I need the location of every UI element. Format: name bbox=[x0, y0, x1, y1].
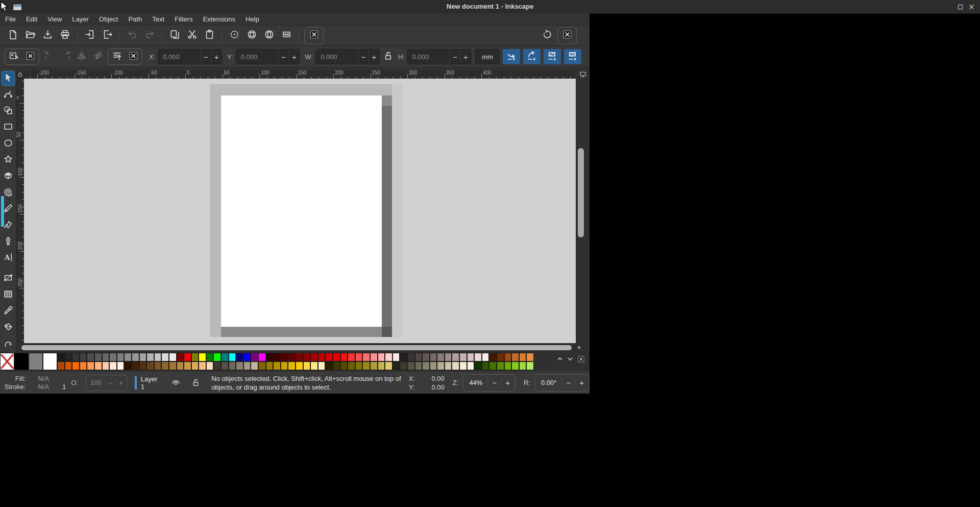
y-increment-button[interactable]: + bbox=[289, 50, 300, 64]
palette-swatch[interactable] bbox=[355, 361, 363, 370]
palette-swatch[interactable] bbox=[415, 361, 423, 370]
horizontal-scrollbar[interactable] bbox=[16, 343, 576, 352]
palette-swatch[interactable] bbox=[236, 353, 243, 361]
palette-swatch[interactable] bbox=[310, 361, 318, 370]
rotate-ccw-button[interactable] bbox=[42, 50, 56, 64]
menu-help[interactable]: Help bbox=[244, 14, 265, 25]
menu-path[interactable]: Path bbox=[127, 14, 148, 25]
raise-button[interactable] bbox=[126, 50, 140, 64]
palette-swatch[interactable] bbox=[310, 353, 318, 361]
maximize-button[interactable] bbox=[955, 2, 965, 11]
palette-swatch[interactable] bbox=[177, 361, 184, 370]
palette-swatch[interactable] bbox=[281, 353, 288, 361]
palette-swatch[interactable] bbox=[184, 361, 191, 370]
palette-swatch[interactable] bbox=[489, 361, 497, 370]
palette-swatch[interactable] bbox=[445, 361, 452, 370]
palette-swatch[interactable] bbox=[273, 353, 281, 361]
palette-swatch[interactable] bbox=[325, 353, 333, 361]
palette-swatch[interactable] bbox=[504, 361, 512, 370]
palette-swatch[interactable] bbox=[422, 353, 430, 361]
palette-swatch[interactable] bbox=[474, 353, 482, 361]
palette-swatch[interactable] bbox=[80, 361, 87, 370]
document-properties-button[interactable] bbox=[306, 28, 322, 43]
palette-swatch[interactable] bbox=[303, 353, 311, 361]
palette-swatch[interactable] bbox=[109, 361, 117, 370]
palette-swatch[interactable] bbox=[340, 361, 348, 370]
palette-swatch[interactable] bbox=[452, 353, 459, 361]
palette-swatch[interactable] bbox=[355, 353, 363, 361]
palette-swatch[interactable] bbox=[370, 361, 378, 370]
palette-swatch[interactable] bbox=[109, 353, 117, 361]
palette-swatch[interactable] bbox=[87, 361, 94, 370]
palette-swatch[interactable] bbox=[243, 361, 251, 370]
zoom-to-selection-button[interactable] bbox=[227, 28, 242, 43]
fill-stroke-indicator[interactable]: Fill: N/A Stroke: N/A 1 bbox=[1, 375, 66, 391]
redo-button[interactable] bbox=[142, 28, 157, 43]
palette-swatch[interactable] bbox=[325, 361, 333, 370]
open-document-button[interactable] bbox=[22, 28, 38, 43]
vertical-ruler[interactable]: 050100150200250 bbox=[16, 79, 24, 343]
window-titlebar[interactable]: New document 1 - Inkscape bbox=[0, 0, 980, 14]
palette-swatch[interactable] bbox=[65, 361, 72, 370]
zoom-decrement-button[interactable]: − bbox=[487, 377, 501, 388]
palette-swatch[interactable] bbox=[243, 353, 251, 361]
palette-swatch[interactable] bbox=[415, 353, 423, 361]
palette-swatch[interactable] bbox=[213, 353, 221, 361]
palette-swatch[interactable] bbox=[139, 353, 147, 361]
palette-swatch[interactable] bbox=[184, 353, 191, 361]
palette-swatch[interactable] bbox=[459, 361, 467, 370]
rotation-increment-button[interactable]: + bbox=[575, 377, 588, 388]
palette-swatch[interactable] bbox=[146, 361, 154, 370]
palette-swatch[interactable] bbox=[467, 361, 475, 370]
x-decrement-button[interactable]: − bbox=[201, 50, 211, 64]
layer-indicator[interactable]: Layer 1 bbox=[135, 375, 161, 391]
palette-swatch[interactable] bbox=[288, 353, 296, 361]
zoom-input[interactable]: 44% bbox=[464, 379, 487, 387]
menu-extensions[interactable]: Extensions bbox=[202, 14, 241, 25]
palette-swatch[interactable] bbox=[154, 361, 162, 370]
palette-swatch[interactable] bbox=[400, 361, 407, 370]
palette-swatch[interactable] bbox=[258, 361, 266, 370]
palette-swatch[interactable] bbox=[80, 353, 87, 361]
palette-swatch[interactable] bbox=[452, 361, 459, 370]
palette-configure-button[interactable] bbox=[577, 355, 585, 364]
palette-swatch[interactable] bbox=[489, 353, 497, 361]
w-increment-button[interactable]: + bbox=[369, 50, 379, 64]
ellipse-tool[interactable] bbox=[2, 136, 15, 151]
palette-swatch[interactable] bbox=[266, 361, 274, 370]
import-button[interactable] bbox=[82, 28, 97, 43]
rotation-input[interactable]: 0.00° bbox=[536, 379, 562, 387]
palette-swatch[interactable] bbox=[296, 353, 303, 361]
palette-swatch[interactable] bbox=[519, 361, 527, 370]
palette-swatch[interactable] bbox=[400, 353, 407, 361]
palette-swatch[interactable] bbox=[161, 353, 169, 361]
palette-swatch[interactable] bbox=[348, 353, 355, 361]
palette-swatch[interactable] bbox=[117, 353, 125, 361]
palette-swatch[interactable] bbox=[288, 361, 296, 370]
scale-stroke-toggle[interactable] bbox=[503, 49, 520, 64]
palette-swatch[interactable] bbox=[94, 361, 102, 370]
palette-swatch[interactable] bbox=[124, 353, 132, 361]
palette-swatch[interactable] bbox=[497, 361, 504, 370]
palette-swatch-none[interactable] bbox=[0, 353, 14, 370]
palette-swatch[interactable] bbox=[430, 361, 437, 370]
palette-swatch[interactable] bbox=[124, 361, 132, 370]
palette-swatch[interactable] bbox=[161, 361, 169, 370]
move-gradients-toggle[interactable] bbox=[544, 49, 561, 64]
menu-object[interactable]: Object bbox=[98, 14, 125, 25]
y-input[interactable]: 0.000 bbox=[236, 53, 278, 61]
palette-swatch[interactable] bbox=[504, 353, 512, 361]
palette-swatch[interactable] bbox=[65, 353, 72, 361]
palette-swatch[interactable] bbox=[437, 353, 445, 361]
palette-swatch[interactable] bbox=[102, 361, 110, 370]
cut-button[interactable] bbox=[184, 28, 200, 43]
palette-swatch[interactable] bbox=[511, 353, 519, 361]
palette-swatch[interactable] bbox=[303, 361, 311, 370]
close-button[interactable] bbox=[967, 2, 976, 11]
gradient-tool[interactable] bbox=[2, 271, 15, 286]
menu-filters[interactable]: Filters bbox=[174, 14, 199, 25]
rectangle-tool[interactable] bbox=[2, 120, 15, 135]
palette-swatch[interactable] bbox=[333, 361, 340, 370]
palette-swatch[interactable] bbox=[206, 353, 214, 361]
menu-view[interactable]: View bbox=[46, 14, 68, 25]
